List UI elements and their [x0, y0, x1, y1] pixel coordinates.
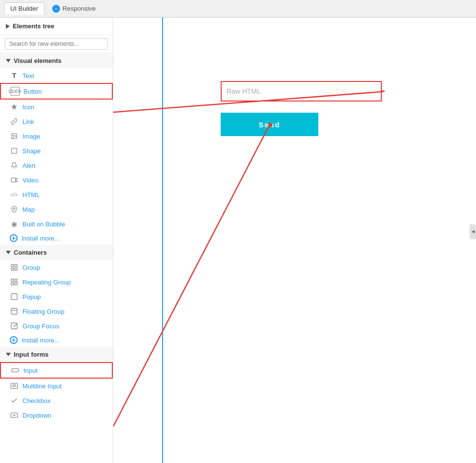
send-button[interactable]: Send — [221, 113, 318, 136]
canvas-line — [162, 18, 163, 463]
sidebar-item-alert[interactable]: Alert — [0, 158, 113, 173]
floating-group-label: Floating Group — [22, 308, 64, 315]
svg-rect-3 — [12, 148, 17, 154]
svg-rect-10 — [15, 268, 17, 270]
svg-rect-12 — [15, 279, 17, 282]
input-forms-arrow — [6, 353, 11, 356]
tab-responsive[interactable]: ↔ Responsive — [46, 3, 102, 15]
image-icon — [10, 132, 19, 141]
group-icon — [10, 263, 19, 272]
sidebar-item-repeating-group[interactable]: Repeating Group — [0, 275, 113, 289]
install-more-containers[interactable]: + Install more... — [0, 333, 113, 347]
svg-rect-23 — [11, 413, 17, 417]
responsive-label: Responsive — [62, 5, 96, 12]
svg-rect-4 — [11, 178, 16, 182]
map-label: Map — [22, 206, 35, 213]
svg-rect-14 — [15, 282, 17, 285]
sidebar-item-floating-group[interactable]: Floating Group — [0, 304, 113, 319]
raw-html-box: Raw HTML — [221, 81, 382, 101]
input-forms-section[interactable]: Input forms — [0, 347, 113, 362]
sidebar-item-popup[interactable]: Popup — [0, 289, 113, 304]
video-icon — [10, 176, 19, 184]
install-more-containers-label: Install more... — [21, 337, 60, 344]
main-layout: Elements tree Visual elements T Text CLI… — [0, 18, 476, 463]
sidebar-item-shape[interactable]: Shape — [0, 143, 113, 158]
ui-builder-label: UI Builder — [10, 5, 38, 12]
icon-icon — [10, 102, 19, 111]
map-icon — [10, 205, 19, 214]
svg-rect-8 — [15, 264, 17, 267]
icon-label: Icon — [22, 103, 35, 111]
text-label: Text — [22, 72, 34, 80]
svg-rect-19 — [12, 369, 18, 372]
html-label: HTML — [22, 191, 40, 199]
sidebar-item-multiline-input[interactable]: Multiline Input — [0, 379, 113, 393]
popup-label: Popup — [22, 293, 41, 301]
svg-rect-16 — [11, 308, 17, 314]
containers-section[interactable]: Containers — [0, 245, 113, 260]
input-label: Input — [23, 367, 38, 374]
tab-ui-builder[interactable]: UI Builder — [4, 2, 44, 15]
floating-group-icon — [10, 307, 19, 316]
group-focus-label: Group Focus — [22, 322, 59, 330]
bubble-icon: ◉ — [10, 220, 19, 228]
sidebar-item-html[interactable]: </> HTML — [0, 187, 113, 202]
repeating-group-label: Repeating Group — [22, 279, 71, 286]
checkbox-label: Checkbox — [22, 397, 51, 404]
visual-elements-section[interactable]: Visual elements — [0, 53, 113, 68]
sidebar-item-group[interactable]: Group — [0, 260, 113, 275]
install-more-visual-label: Install more... — [21, 235, 60, 242]
elements-tree-header[interactable]: Elements tree — [0, 18, 113, 35]
button-label: Button — [23, 88, 42, 95]
sidebar-item-map[interactable]: Map — [0, 202, 113, 217]
sidebar-item-image[interactable]: Image — [0, 129, 113, 143]
shape-label: Shape — [22, 147, 41, 155]
sidebar-item-group-focus[interactable]: Group Focus — [0, 319, 113, 333]
alert-label: Alert — [22, 162, 36, 169]
link-label: Link — [22, 118, 34, 125]
canvas-area: Raw HTML Send — [113, 18, 476, 463]
search-input[interactable] — [5, 38, 108, 50]
search-box — [0, 35, 113, 53]
svg-point-6 — [13, 208, 15, 210]
group-focus-icon — [10, 322, 19, 330]
containers-arrow — [6, 251, 11, 254]
sidebar-item-button[interactable]: CLICK Button — [0, 83, 113, 100]
raw-html-placeholder: Raw HTML — [227, 87, 261, 95]
svg-rect-11 — [11, 279, 14, 282]
dropdown-label: Dropdown — [22, 412, 51, 419]
multiline-input-icon — [10, 382, 19, 390]
sidebar-item-video[interactable]: Video — [0, 173, 113, 187]
sidebar-item-checkbox[interactable]: Checkbox — [0, 393, 113, 408]
sidebar-item-link[interactable]: Link — [0, 114, 113, 129]
plus-icon-visual: + — [10, 234, 18, 242]
install-more-visual[interactable]: + Install more... — [0, 231, 113, 245]
sidebar-item-text[interactable]: T Text — [0, 68, 113, 83]
input-icon — [11, 366, 20, 375]
sidebar: Elements tree Visual elements T Text CLI… — [0, 18, 113, 463]
containers-label: Containers — [14, 249, 47, 256]
svg-rect-13 — [11, 282, 14, 285]
html-icon: </> — [10, 190, 19, 199]
sidebar-item-icon[interactable]: Icon — [0, 100, 113, 114]
plus-icon-containers: + — [10, 336, 18, 344]
svg-marker-0 — [11, 104, 17, 110]
button-icon: CLICK — [11, 87, 20, 96]
svg-point-2 — [13, 135, 14, 136]
sidebar-item-input[interactable]: Input — [0, 362, 113, 379]
alert-icon — [10, 161, 19, 170]
sidebar-item-dropdown[interactable]: Dropdown — [0, 408, 113, 423]
bubble-label: Built on Bubble — [22, 221, 65, 228]
svg-line-26 — [113, 125, 269, 426]
repeating-group-icon — [10, 278, 19, 286]
visual-elements-label: Visual elements — [14, 57, 62, 64]
input-forms-label: Input forms — [14, 351, 49, 358]
sidebar-item-built-on-bubble[interactable]: ◉ Built on Bubble — [0, 217, 113, 231]
svg-rect-15 — [11, 294, 17, 300]
dropdown-icon — [10, 411, 19, 420]
svg-rect-18 — [11, 323, 17, 329]
svg-rect-9 — [11, 268, 14, 270]
elements-tree-label: Elements tree — [13, 22, 54, 30]
video-label: Video — [22, 177, 39, 184]
shape-icon — [10, 146, 19, 155]
